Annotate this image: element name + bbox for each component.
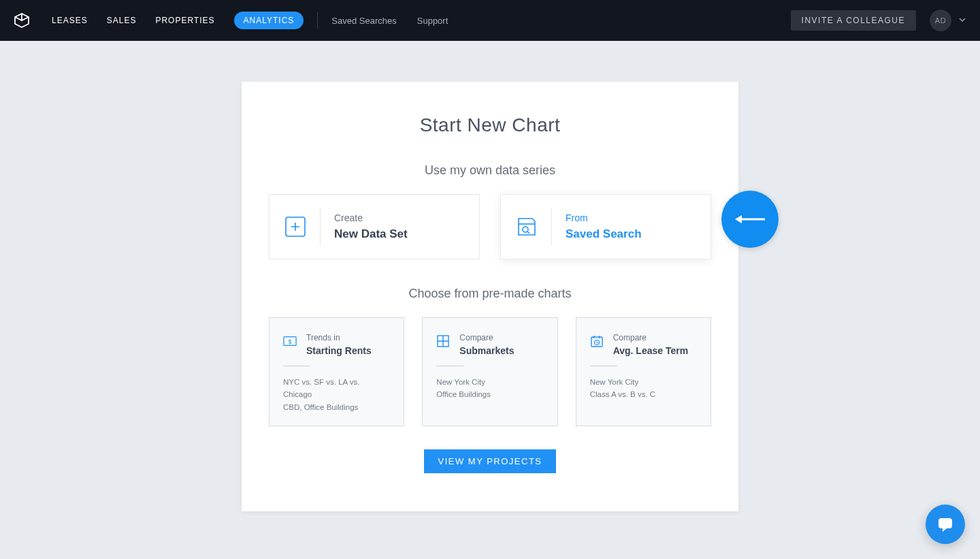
nav-sales[interactable]: SALES <box>107 16 137 25</box>
svg-point-2 <box>523 227 528 232</box>
calendar-clock-icon <box>590 334 604 348</box>
option-create-new-data-set[interactable]: Create New Data Set <box>269 194 480 259</box>
nav-leases[interactable]: LEASES <box>52 16 88 25</box>
nav-properties[interactable]: PROPERTIES <box>155 16 214 25</box>
option-create-title: New Data Set <box>334 227 408 241</box>
svg-marker-9 <box>735 215 742 223</box>
app-logo[interactable] <box>14 12 30 29</box>
tutorial-arrow-bubble <box>721 191 779 248</box>
option-from-saved-search[interactable]: From Saved Search <box>500 194 711 259</box>
svg-text:$: $ <box>289 339 292 345</box>
svg-rect-10 <box>938 518 952 528</box>
option-saved-toplabel: From <box>566 212 642 223</box>
premade-avg-lease-term[interactable]: Compare Avg. Lease Term New York City Cl… <box>576 317 711 426</box>
option-create-toplabel: Create <box>334 212 408 223</box>
nav-divider <box>317 12 318 29</box>
nav-analytics[interactable]: ANALYTICS <box>234 12 304 29</box>
nav-saved-searches[interactable]: Saved Searches <box>331 16 396 26</box>
invite-colleague-button[interactable]: INVITE A COLLEAGUE <box>791 10 916 31</box>
card-title: Start New Chart <box>269 114 711 136</box>
chevron-down-icon[interactable] <box>958 14 966 27</box>
saved-search-icon <box>516 216 538 238</box>
nav-support[interactable]: Support <box>417 16 448 26</box>
dollar-card-icon: $ <box>283 334 297 348</box>
premade-starting-rents[interactable]: $ Trends in Starting Rents NYC vs. SF vs… <box>269 317 404 426</box>
grid-icon <box>436 334 450 348</box>
premade-submarkets[interactable]: Compare Submarkets New York City Office … <box>422 317 557 426</box>
view-my-projects-button[interactable]: VIEW MY PROJECTS <box>424 449 555 473</box>
plus-square-icon <box>284 216 306 238</box>
section-own-data-label: Use my own data series <box>269 163 711 178</box>
top-nav: LEASES SALES PROPERTIES ANALYTICS Saved … <box>0 0 980 41</box>
chat-launcher[interactable] <box>926 505 965 544</box>
section-premade-label: Choose from pre-made charts <box>269 287 711 301</box>
avatar[interactable]: AD <box>930 10 951 31</box>
option-saved-title: Saved Search <box>566 227 642 241</box>
new-chart-card: Start New Chart Use my own data series C… <box>242 82 738 511</box>
